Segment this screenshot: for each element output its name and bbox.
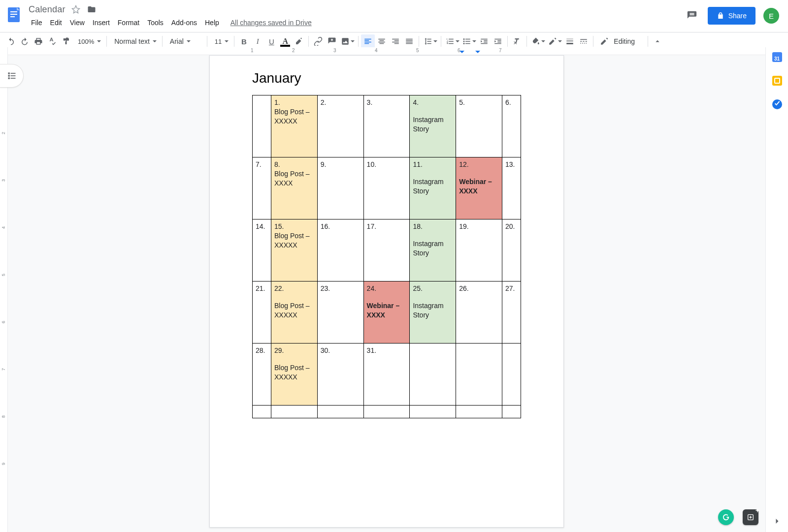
star-button[interactable]	[70, 4, 81, 15]
calendar-cell[interactable]: 15.Blog Post – XXXXX	[271, 219, 318, 282]
spellcheck-button[interactable]	[45, 34, 59, 48]
calendar-cell[interactable]: 19.	[456, 219, 502, 282]
calendar-cell[interactable]: 23.	[317, 282, 363, 344]
editing-mode-dropdown[interactable]: Editing	[596, 34, 645, 48]
border-dash-button[interactable]	[577, 34, 591, 48]
calendar-cell[interactable]	[502, 344, 521, 406]
underline-button[interactable]: U	[264, 34, 278, 48]
tasks-addon-icon[interactable]	[772, 99, 782, 109]
calendar-cell[interactable]: 26.	[456, 282, 502, 344]
increase-indent-button[interactable]	[491, 34, 505, 48]
calendar-cell[interactable]	[271, 406, 318, 418]
calendar-cell[interactable]	[410, 406, 456, 418]
paint-format-button[interactable]	[59, 34, 73, 48]
calendar-cell[interactable]: 20.	[502, 219, 521, 282]
line-spacing-dropdown[interactable]	[422, 34, 438, 48]
calendar-cell[interactable]: 27.	[502, 282, 521, 344]
calendar-cell[interactable]: 11.Instagram Story	[410, 157, 456, 219]
bold-button[interactable]: B	[237, 34, 251, 48]
calendar-cell[interactable]: 29.Blog Post – XXXXX	[271, 344, 318, 406]
align-justify-button[interactable]	[402, 34, 416, 48]
font-size-dropdown[interactable]: 11	[210, 34, 231, 48]
menu-file[interactable]: File	[28, 17, 46, 29]
calendar-cell[interactable]: 17.	[363, 219, 410, 282]
calendar-table[interactable]: 1.Blog Post – XXXXX2.3.4.Instagram Story…	[252, 95, 521, 418]
horizontal-ruler[interactable]: 1 2 3 4 5 6 7	[8, 47, 765, 55]
calendar-cell[interactable]	[456, 406, 502, 418]
calendar-cell[interactable]: 14.	[253, 219, 271, 282]
calendar-cell[interactable]: 9.	[317, 157, 363, 219]
calendar-cell[interactable]: 4.Instagram Story	[410, 95, 456, 157]
calendar-cell[interactable]: 31.	[363, 344, 410, 406]
calendar-cell[interactable]: 6.	[502, 95, 521, 157]
border-color-dropdown[interactable]	[546, 34, 563, 48]
italic-button[interactable]: I	[251, 34, 264, 48]
calendar-cell[interactable]: 12.Webinar – XXXX	[456, 157, 502, 219]
bulleted-list-dropdown[interactable]	[460, 34, 477, 48]
comments-button[interactable]	[684, 8, 700, 24]
show-outline-button[interactable]	[0, 64, 24, 88]
save-state-text[interactable]: All changes saved in Drive	[230, 19, 312, 27]
menu-help[interactable]: Help	[201, 17, 223, 29]
print-button[interactable]	[32, 34, 45, 48]
calendar-cell[interactable]	[410, 344, 456, 406]
menu-insert[interactable]: Insert	[89, 17, 113, 29]
right-margin-marker[interactable]	[475, 51, 480, 56]
calendar-cell[interactable]: 13.	[502, 157, 521, 219]
calendar-cell[interactable]: 10.	[363, 157, 410, 219]
insert-link-button[interactable]	[311, 34, 325, 48]
calendar-cell[interactable]: 25.Instagram Story	[410, 282, 456, 344]
fill-color-dropdown[interactable]	[529, 34, 546, 48]
collapse-toolbar-button[interactable]	[651, 34, 664, 48]
calendar-cell[interactable]	[456, 344, 502, 406]
explore-button[interactable]	[743, 509, 758, 525]
calendar-cell[interactable]: 24.Webinar – XXXX	[363, 282, 410, 344]
document-scroll-area[interactable]: 1 2 3 4 5 6 7 January 1.Blog Post – XXXX…	[8, 47, 765, 532]
align-left-button[interactable]	[361, 34, 375, 48]
calendar-cell[interactable]	[502, 406, 521, 418]
calendar-cell[interactable]: 30.	[317, 344, 363, 406]
calendar-cell[interactable]: 1.Blog Post – XXXXX	[271, 95, 318, 157]
clear-formatting-button[interactable]	[510, 34, 524, 48]
paragraph-style-dropdown[interactable]: Normal text	[109, 34, 160, 48]
calendar-cell[interactable]	[253, 406, 271, 418]
menu-format[interactable]: Format	[114, 17, 143, 29]
calendar-cell[interactable]: 18.Instagram Story	[410, 219, 456, 282]
docs-logo-icon[interactable]	[4, 5, 24, 25]
account-avatar[interactable]: E	[763, 8, 779, 24]
calendar-cell[interactable]: 5.	[456, 95, 502, 157]
document-title[interactable]: Calendar	[29, 4, 66, 15]
grammarly-button[interactable]	[718, 509, 734, 525]
hide-sidepanel-button[interactable]	[771, 515, 783, 527]
undo-button[interactable]	[4, 34, 18, 48]
highlight-color-button[interactable]	[292, 34, 306, 48]
calendar-cell[interactable]: 22.Blog Post – XXXXX	[271, 282, 318, 344]
redo-button[interactable]	[18, 34, 32, 48]
menu-addons[interactable]: Add-ons	[168, 17, 200, 29]
border-width-button[interactable]	[563, 34, 577, 48]
zoom-dropdown[interactable]: 100%	[73, 34, 104, 48]
decrease-indent-button[interactable]	[477, 34, 491, 48]
insert-image-dropdown[interactable]	[339, 34, 356, 48]
calendar-cell[interactable]: 7.	[253, 157, 271, 219]
calendar-cell[interactable]: 21.	[253, 282, 271, 344]
menu-edit[interactable]: Edit	[47, 17, 66, 29]
move-button[interactable]	[86, 4, 97, 15]
calendar-cell[interactable]: 8.Blog Post – XXXX	[271, 157, 318, 219]
align-right-button[interactable]	[389, 34, 402, 48]
menu-view[interactable]: View	[66, 17, 88, 29]
document-page[interactable]: January 1.Blog Post – XXXXX2.3.4.Instagr…	[209, 55, 564, 528]
calendar-cell[interactable]	[317, 406, 363, 418]
calendar-cell[interactable]: 16.	[317, 219, 363, 282]
calendar-cell[interactable]: 2.	[317, 95, 363, 157]
text-color-button[interactable]: A	[278, 34, 292, 48]
calendar-addon-icon[interactable]: 31	[772, 52, 782, 62]
calendar-cell[interactable]: 28.	[253, 344, 271, 406]
font-dropdown[interactable]: Arial	[165, 34, 204, 48]
numbered-list-dropdown[interactable]	[444, 34, 460, 48]
calendar-cell[interactable]	[253, 95, 271, 157]
calendar-cell[interactable]	[363, 406, 410, 418]
calendar-cell[interactable]: 3.	[363, 95, 410, 157]
share-button[interactable]: Share	[708, 7, 755, 25]
vertical-ruler[interactable]: 1 2 3 4 5 6 7 8 9	[0, 47, 8, 532]
